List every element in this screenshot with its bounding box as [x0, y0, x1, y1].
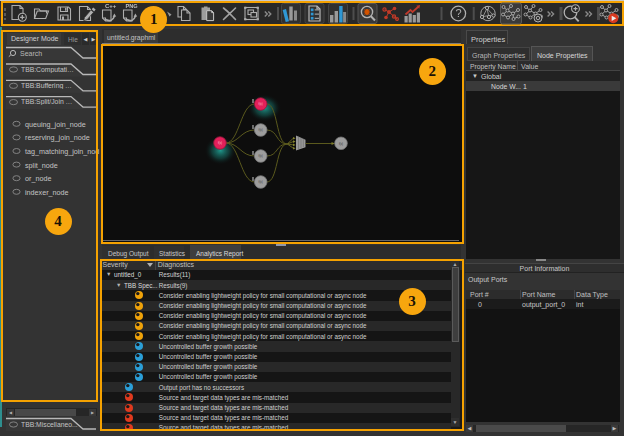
svg-text:PNG: PNG [126, 3, 138, 9]
svg-text:f(x): f(x) [259, 154, 263, 158]
svg-text:C++: C++ [105, 3, 117, 9]
svg-text:?: ? [455, 7, 461, 19]
svg-text:f(x): f(x) [339, 142, 343, 146]
svg-text:f(x): f(x) [218, 141, 222, 145]
svg-text:f(x): f(x) [259, 102, 263, 106]
svg-text:f(x): f(x) [259, 128, 263, 132]
svg-text:f(x): f(x) [259, 180, 263, 184]
